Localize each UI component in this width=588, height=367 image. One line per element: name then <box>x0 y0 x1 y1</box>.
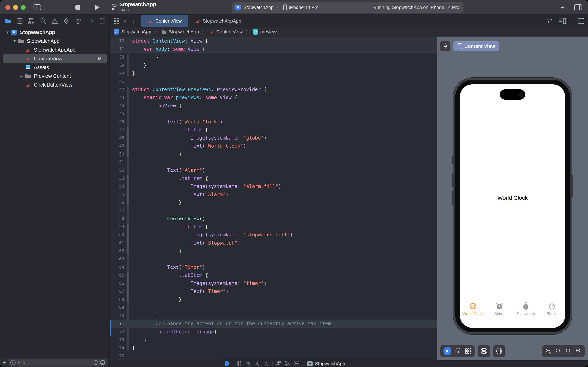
code-line-60[interactable]: 60 Image(systemName: "stopwatch.fill") <box>110 231 437 239</box>
line-number[interactable]: 56 <box>110 200 124 205</box>
run-button[interactable] <box>94 0 100 15</box>
code-line-52[interactable]: 52 Text("Alarm") <box>110 166 437 174</box>
code-line-45[interactable]: 45 <box>110 110 437 118</box>
code-line-41[interactable]: 41 <box>110 77 437 85</box>
line-number[interactable]: 75 <box>110 354 124 359</box>
code-line-67[interactable]: 67 Text("Timer") <box>110 287 437 295</box>
line-number[interactable]: 46 <box>110 119 124 124</box>
ios-tab-alarm[interactable]: Alarm <box>486 302 513 316</box>
code-line-71[interactable]: 71 // Change the accent color for the cu… <box>110 320 437 328</box>
toggle-sidebar-icon[interactable] <box>34 0 41 15</box>
line-number[interactable]: 54 <box>110 184 124 189</box>
line-number[interactable]: 64 <box>110 265 124 270</box>
code-line-58[interactable]: 58 ContentView() <box>110 215 437 223</box>
process-picker[interactable]: A StopwatchApp <box>307 361 345 367</box>
code-line-66[interactable]: 66 Image(systemName: "timer") <box>110 279 437 287</box>
line-number[interactable]: 72 <box>110 329 124 334</box>
editor-grid-icon[interactable] <box>112 17 121 25</box>
code-line-51[interactable]: 51 <box>110 158 437 166</box>
code-line-43[interactable]: 43 static var previews: some View { <box>110 93 437 102</box>
step-out-icon[interactable] <box>262 361 271 367</box>
zoom-window-button[interactable] <box>21 5 26 10</box>
code-line-10[interactable]: 10struct ContentView: View { <box>110 37 437 45</box>
code-line-48[interactable]: 48 Image(systemName: "globe") <box>110 134 437 142</box>
source-editor[interactable]: 10struct ContentView: View {11 var body:… <box>110 37 437 360</box>
code-line-53[interactable]: 53 .tabItem { <box>110 174 437 182</box>
project-navigator-icon[interactable] <box>4 17 12 25</box>
zoom-out-icon[interactable] <box>545 348 551 354</box>
scheme-destination-label[interactable]: iPhone 14 Pro <box>289 5 319 10</box>
code-line-74[interactable]: 74} <box>110 344 437 352</box>
code-line-50[interactable]: 50 } <box>110 150 437 158</box>
line-number[interactable]: 63 <box>110 257 124 261</box>
code-line-49[interactable]: 49 Text("World Clock") <box>110 142 437 150</box>
pin-preview-button[interactable] <box>440 41 450 51</box>
breadcrumb-previews[interactable]: Ppreviews <box>253 29 279 35</box>
code-line-40[interactable]: 40} <box>110 69 437 77</box>
code-line-72[interactable]: 72 .accentColor(.orange) <box>110 328 437 336</box>
line-number[interactable]: 40 <box>110 71 124 76</box>
line-number[interactable]: 62 <box>110 248 124 253</box>
line-number[interactable]: 61 <box>110 241 124 245</box>
sidebar-item-contentview[interactable]: ContentViewM <box>3 54 107 63</box>
line-number[interactable]: 38 <box>110 55 124 59</box>
environment-overrides-icon[interactable] <box>292 361 301 367</box>
pause-icon[interactable] <box>235 361 244 367</box>
ios-tab-stopwatch[interactable]: Stopwatch <box>512 302 539 316</box>
code-line-69[interactable]: 69 <box>110 303 437 312</box>
code-line-39[interactable]: 39 } <box>110 61 437 69</box>
line-number[interactable]: 66 <box>110 281 124 286</box>
line-number[interactable]: 55 <box>110 192 124 197</box>
code-line-63[interactable]: 63 <box>110 255 437 263</box>
forward-button[interactable]: › <box>129 17 138 25</box>
issue-navigator-icon[interactable] <box>51 17 59 25</box>
add-file-button[interactable]: + <box>0 359 8 366</box>
breadcrumb-contentview[interactable]: ContentView <box>209 29 243 35</box>
debug-navigator-icon[interactable] <box>75 17 83 25</box>
line-number[interactable]: 43 <box>110 95 124 100</box>
zoom-in-icon[interactable] <box>576 348 582 354</box>
view-hierarchy-icon[interactable] <box>274 361 283 367</box>
line-number[interactable]: 69 <box>110 305 124 310</box>
recent-files-icon[interactable] <box>93 360 98 365</box>
line-number[interactable]: 59 <box>110 224 124 229</box>
code-line-11[interactable]: 11 var body: some View { <box>110 45 437 53</box>
line-number[interactable]: 48 <box>110 135 124 140</box>
swap-editor-icon[interactable] <box>546 18 553 24</box>
code-line-70[interactable]: 70 } <box>110 312 437 320</box>
sidebar-item-preview-content[interactable]: ▸Preview Content <box>0 72 110 81</box>
filter-menu-icon[interactable] <box>10 360 16 365</box>
scheme-selector[interactable]: A StopwatchApp 〉 iPhone 14 Pro Running S… <box>232 2 463 13</box>
line-number[interactable]: 71 <box>110 321 124 326</box>
selectable-mode-icon[interactable] <box>455 348 461 354</box>
add-editor-icon[interactable] <box>578 18 585 24</box>
close-window-button[interactable] <box>5 5 10 10</box>
line-number[interactable]: 68 <box>110 297 124 302</box>
line-number[interactable]: 65 <box>110 273 124 278</box>
device-bezels-button[interactable] <box>493 345 505 357</box>
step-over-icon[interactable] <box>244 361 253 367</box>
code-line-64[interactable]: 64 Text("Timer") <box>110 263 437 271</box>
sidebar-item-stopwatchapp[interactable]: ▾StopwatchApp <box>0 37 110 45</box>
line-number[interactable]: 45 <box>110 111 124 116</box>
code-line-61[interactable]: 61 Text("Stopwatch") <box>110 239 437 247</box>
minimize-window-button[interactable] <box>13 5 18 10</box>
code-line-55[interactable]: 55 Text("Alarm") <box>110 190 437 199</box>
code-line-68[interactable]: 68 } <box>110 295 437 304</box>
line-number[interactable]: 49 <box>110 143 124 148</box>
line-number[interactable]: 53 <box>110 176 124 181</box>
line-number[interactable]: 52 <box>110 168 124 173</box>
line-number[interactable]: 11 <box>110 46 124 51</box>
ios-tab-world-clock[interactable]: World Clock <box>460 302 486 316</box>
back-button[interactable]: ‹ <box>121 17 129 25</box>
code-line-38[interactable]: 38 } <box>110 53 437 61</box>
device-settings-button[interactable] <box>478 345 490 357</box>
stop-button[interactable] <box>75 0 81 15</box>
line-number[interactable]: 57 <box>110 208 124 213</box>
zoom-fit-icon[interactable] <box>565 348 572 354</box>
code-line-59[interactable]: 59 .tabItem { <box>110 223 437 231</box>
line-number[interactable]: 74 <box>110 345 124 350</box>
line-number[interactable]: 60 <box>110 232 124 237</box>
disclosure-down-icon[interactable]: ▾ <box>12 39 17 44</box>
zoom-100-icon[interactable] <box>555 348 562 354</box>
